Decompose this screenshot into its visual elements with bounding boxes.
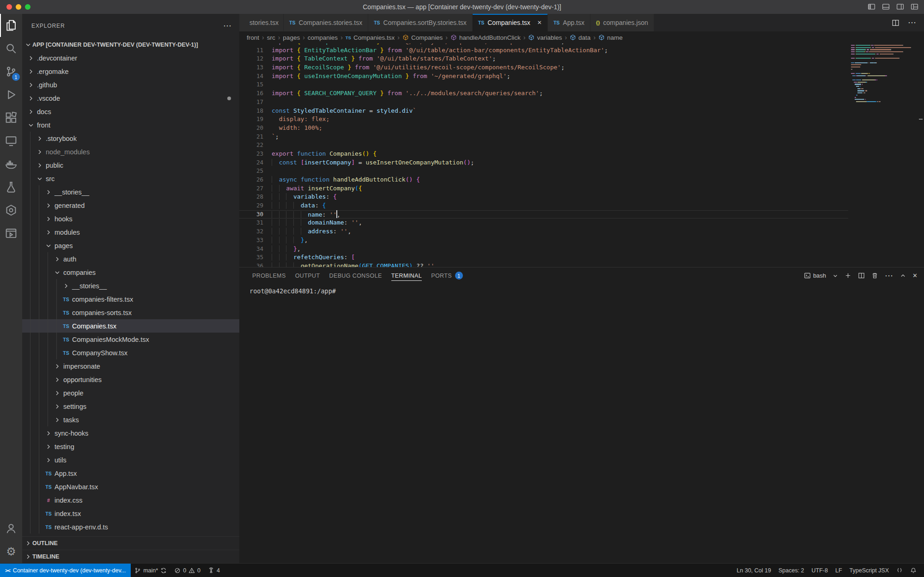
code-line-14[interactable]: 14import { useInsertOneCompanyMutation }… (239, 72, 848, 81)
code-line-18[interactable]: 18const StyledTableContainer = styled.di… (239, 107, 848, 115)
split-editor-icon[interactable] (892, 19, 900, 27)
toggle-primary-sidebar-icon[interactable] (868, 3, 875, 11)
kill-terminal-trash-icon[interactable] (871, 272, 878, 279)
run-and-debug-icon[interactable] (0, 83, 22, 106)
code-line-26[interactable]: 26 async function handleAddButtonClick()… (239, 176, 848, 184)
tab-companies-sortby-stories-tsx[interactable]: TSCompanies.sortBy.stories.tsx (368, 14, 473, 31)
tab-companies-stories-tsx[interactable]: TSCompanies.stories.tsx (284, 14, 368, 31)
code-line-19[interactable]: 19 display: flex; (239, 115, 848, 124)
tree-item-sync-hooks[interactable]: sync-hooks (22, 426, 239, 440)
docker-icon[interactable] (0, 152, 22, 176)
code-line-22[interactable]: 22 (239, 141, 848, 150)
shell-selector[interactable]: bash (804, 272, 826, 279)
toggle-secondary-sidebar-icon[interactable] (896, 3, 904, 11)
cursor-position[interactable]: Ln 30, Col 19 (733, 564, 775, 577)
maximize-panel-chevron-icon[interactable] (900, 273, 906, 279)
tab-companies-json[interactable]: {}companies.json (590, 14, 654, 31)
code-line-11[interactable]: 11import { EntityTableActionBar } from '… (239, 46, 848, 55)
tree-item-docs[interactable]: docs (22, 105, 239, 118)
breadcrumb-name[interactable]: name (598, 34, 623, 41)
code-line-33[interactable]: 33 }, (239, 236, 848, 245)
launch-profile-chevron-icon[interactable] (833, 273, 838, 279)
terminal[interactable]: root@0a42ecd84891:/app# (239, 284, 924, 563)
panel-more-actions-icon[interactable]: ⋯ (885, 271, 894, 281)
tree-item-react-app-env-d-ts[interactable]: TSreact-app-env.d.ts (22, 520, 239, 534)
tree-item-auth[interactable]: auth (22, 252, 239, 266)
tab-app-tsx[interactable]: TSApp.tsx (548, 14, 590, 31)
code-line-23[interactable]: 23export function Companies() { (239, 150, 848, 158)
tab-stories-tsx[interactable]: stories.tsx (239, 14, 284, 31)
tree-item-impersonate[interactable]: impersonate (22, 359, 239, 373)
tree-item-front[interactable]: front (22, 118, 239, 132)
breadcrumb-companies[interactable]: Companies (402, 34, 443, 41)
tree-item-testing[interactable]: testing (22, 440, 239, 453)
tree-item-src[interactable]: src (22, 172, 239, 185)
settings-gear-icon[interactable]: ⚙ (0, 540, 22, 563)
code-line-27[interactable]: 27 await insertCompany({ (239, 184, 848, 193)
code-line-21[interactable]: 21`; (239, 133, 848, 141)
section-timeline[interactable]: TIMELINE (22, 550, 239, 563)
language-status-icon[interactable] (893, 564, 906, 577)
tab-companies-tsx[interactable]: TSCompanies.tsx✕ (473, 14, 548, 31)
project-root-row[interactable]: APP [CONTAINER DEV-TWENTY-DEV (DEV-TWENT… (22, 38, 239, 51)
encoding-status[interactable]: UTF-8 (808, 564, 832, 577)
panel-tab-debug-console[interactable]: DEBUG CONSOLE (324, 267, 386, 284)
more-actions-icon[interactable]: ⋯ (908, 18, 917, 28)
code-line-20[interactable]: 20 width: 100%; (239, 124, 848, 133)
panel-tab-problems[interactable]: PROBLEMS (248, 267, 291, 284)
source-control-icon[interactable]: 1 (0, 60, 22, 83)
customize-layout-icon[interactable] (911, 3, 918, 11)
code-line-13[interactable]: 13import { RecoilScope } from '@/ui/util… (239, 63, 848, 72)
live-preview-icon[interactable] (0, 222, 22, 245)
zoom-window-button[interactable] (25, 4, 30, 10)
eol-status[interactable]: LF (832, 564, 846, 577)
tree-item-pages[interactable]: pages (22, 239, 239, 252)
editor-scrollbar[interactable] (918, 43, 924, 267)
tree-item-vscode[interactable]: .vscode (22, 91, 239, 105)
breadcrumb-variables[interactable]: variables (528, 34, 562, 41)
code-line-35[interactable]: 35 refetchQueries: [ (239, 253, 848, 262)
tree-item-index-css[interactable]: #index.css (22, 493, 239, 507)
toggle-panel-icon[interactable] (882, 3, 890, 11)
tree-item-stories[interactable]: __stories__ (22, 185, 239, 199)
tree-item-companies-filters-tsx[interactable]: TScompanies-filters.tsx (22, 292, 239, 306)
tree-item-settings[interactable]: settings (22, 400, 239, 413)
ports-status[interactable]: 4 (204, 564, 224, 577)
indentation-status[interactable]: Spaces: 2 (775, 564, 808, 577)
code-line-25[interactable]: 25 (239, 167, 848, 176)
section-outline[interactable]: OUTLINE (22, 536, 239, 550)
tree-item-companies-tsx[interactable]: TSCompanies.tsx (22, 319, 239, 333)
breadcrumb-front[interactable]: front (247, 34, 259, 41)
code-line-17[interactable]: 17 (239, 98, 848, 107)
tree-item-tasks[interactable]: tasks (22, 413, 239, 426)
code-line-12[interactable]: 12import { TableContext } from '@/ui/tab… (239, 55, 848, 63)
panel-tab-terminal[interactable]: TERMINAL (387, 267, 426, 284)
tree-item-companyshow-tsx[interactable]: TSCompanyShow.tsx (22, 346, 239, 359)
tree-item-appnavbar-tsx[interactable]: TSAppNavbar.tsx (22, 480, 239, 493)
close-window-button[interactable] (6, 4, 12, 10)
explorer-icon[interactable] (0, 14, 22, 37)
tree-item-devcontainer[interactable]: .devcontainer (22, 51, 239, 65)
views-more-actions-icon[interactable]: ⋯ (223, 21, 232, 31)
account-icon[interactable] (0, 517, 22, 540)
close-panel-icon[interactable]: ✕ (912, 272, 918, 279)
problems-status[interactable]: 0 0 (170, 564, 204, 577)
code-line-29[interactable]: 29 data: { (239, 201, 848, 210)
breadcrumb-src[interactable]: src (267, 34, 275, 41)
tree-item-companiesmockmode-tsx[interactable]: TSCompaniesMockMode.tsx (22, 333, 239, 346)
code-line-30[interactable]: 30 name: '', (239, 210, 848, 219)
tree-item-companies[interactable]: companies (22, 266, 239, 279)
tree-item-public[interactable]: public (22, 158, 239, 172)
code-line-31[interactable]: 31 domainName: '', (239, 219, 848, 227)
tree-item-people[interactable]: people (22, 386, 239, 400)
breadcrumb-companies-tsx[interactable]: TSCompanies.tsx (346, 34, 395, 41)
code-editor[interactable]: 10import { WithTopBarContainer } from '@… (239, 43, 924, 267)
notifications-bell-icon[interactable] (906, 564, 920, 577)
tree-item-generated[interactable]: generated (22, 199, 239, 212)
code-line-24[interactable]: 24 const [insertCompany] = useInsertOneC… (239, 158, 848, 167)
tree-item-github[interactable]: .github (22, 78, 239, 91)
code-line-34[interactable]: 34 }, (239, 245, 848, 254)
tree-item-node-modules[interactable]: node_modules (22, 145, 239, 158)
language-mode[interactable]: TypeScript JSX (846, 564, 893, 577)
tree-item-companies-sorts-tsx[interactable]: TScompanies-sorts.tsx (22, 306, 239, 319)
